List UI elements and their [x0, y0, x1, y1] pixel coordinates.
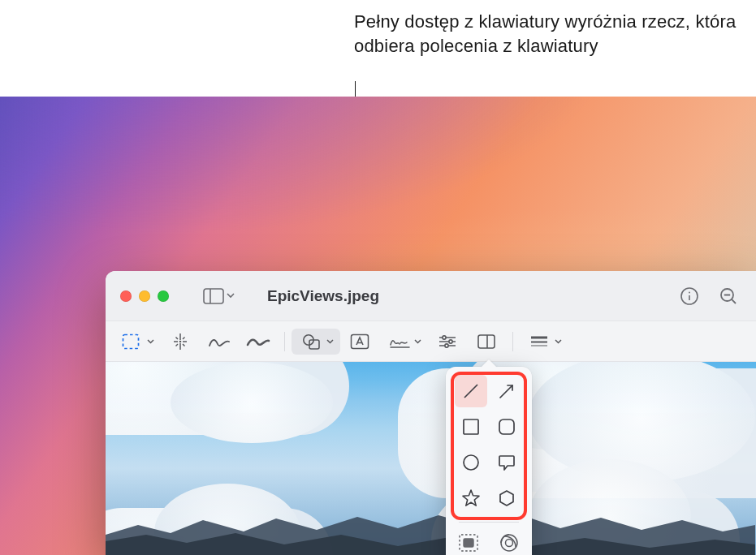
- hexagon-icon: [498, 489, 516, 507]
- loupe-icon: [499, 532, 520, 553]
- svg-point-17: [449, 339, 452, 342]
- desktop-wallpaper: EpicViews.jpeg: [0, 97, 756, 555]
- border-style-icon: [529, 335, 549, 348]
- adjust-color-button[interactable]: [428, 329, 467, 355]
- svg-rect-28: [499, 419, 514, 434]
- line-shape-button[interactable]: [455, 375, 487, 407]
- sign-tool-button[interactable]: [379, 329, 428, 355]
- draw-icon: [246, 334, 270, 349]
- mask-tool-button[interactable]: [454, 531, 483, 555]
- rounded-rectangle-shape-button[interactable]: [490, 411, 523, 443]
- shapes-tool-button[interactable]: [292, 329, 340, 355]
- crop-icon: [477, 333, 496, 350]
- toolbar-divider: [284, 332, 285, 351]
- arrow-icon: [497, 381, 516, 401]
- shapes-popover: [446, 367, 532, 555]
- sketch-icon: [208, 334, 231, 349]
- chevron-down-icon: [227, 293, 235, 299]
- svg-point-15: [443, 335, 446, 338]
- sliders-icon: [438, 334, 457, 349]
- decorative-mountains: [106, 510, 755, 555]
- svg-line-25: [464, 385, 477, 398]
- loupe-tool-button[interactable]: [495, 531, 524, 555]
- star-icon: [461, 488, 481, 508]
- shapes-grid: [454, 375, 524, 514]
- markup-toolbar: [106, 321, 756, 362]
- border-style-button[interactable]: [520, 329, 568, 355]
- window-title: EpicViews.jpeg: [267, 287, 379, 305]
- circle-icon: [462, 454, 480, 471]
- callout-text: Pełny dostęp z klawiatury wyróżnia rzecz…: [354, 10, 756, 58]
- signature-icon: [389, 334, 412, 349]
- chevron-down-icon: [414, 339, 421, 344]
- svg-rect-27: [464, 419, 478, 434]
- svg-point-33: [506, 540, 513, 547]
- shapes-icon: [301, 333, 321, 351]
- svg-point-4: [689, 291, 690, 293]
- adjust-size-button[interactable]: [467, 329, 506, 355]
- speech-bubble-shape-button[interactable]: [490, 446, 523, 479]
- svg-rect-20: [478, 335, 495, 348]
- selection-icon: [122, 333, 140, 350]
- svg-rect-8: [123, 334, 139, 348]
- popover-bottom-row: [454, 531, 524, 555]
- svg-point-29: [464, 455, 478, 470]
- svg-rect-31: [464, 539, 473, 547]
- svg-point-19: [445, 343, 448, 346]
- image-canvas[interactable]: [106, 362, 756, 555]
- titlebar: EpicViews.jpeg: [106, 271, 756, 321]
- selection-tool-button[interactable]: [112, 329, 161, 355]
- minimize-window-button[interactable]: [139, 290, 150, 302]
- rectangle-shape-button[interactable]: [455, 411, 487, 443]
- info-button[interactable]: [680, 286, 699, 306]
- sparkle-icon: [171, 332, 190, 351]
- info-icon: [680, 286, 699, 306]
- popover-divider: [459, 522, 519, 523]
- toolbar-divider: [512, 332, 513, 351]
- chevron-down-icon: [326, 339, 334, 344]
- traffic-lights: [120, 290, 169, 302]
- close-window-button[interactable]: [120, 290, 132, 302]
- zoom-out-button[interactable]: [719, 286, 738, 306]
- svg-line-26: [500, 385, 512, 398]
- mask-icon: [458, 533, 479, 553]
- titlebar-right-group: [680, 286, 741, 306]
- preview-window: EpicViews.jpeg: [106, 271, 756, 555]
- line-icon: [461, 381, 481, 401]
- sidebar-icon: [203, 288, 224, 304]
- decorative-cloud: [106, 362, 349, 435]
- text-tool-button[interactable]: [340, 329, 379, 355]
- star-shape-button[interactable]: [455, 482, 487, 514]
- circle-shape-button[interactable]: [455, 446, 487, 479]
- svg-line-6: [732, 299, 736, 303]
- zoom-out-icon: [719, 286, 738, 306]
- chevron-down-icon: [555, 339, 562, 344]
- text-icon: [350, 333, 369, 350]
- square-icon: [462, 418, 480, 436]
- arrow-shape-button[interactable]: [490, 375, 523, 407]
- instant-alpha-button[interactable]: [161, 329, 200, 355]
- speech-bubble-icon: [498, 454, 516, 471]
- zoom-window-button[interactable]: [158, 290, 169, 302]
- chevron-down-icon: [147, 339, 154, 344]
- svg-rect-0: [204, 289, 223, 303]
- sketch-button[interactable]: [200, 329, 239, 355]
- rounded-square-icon: [498, 418, 516, 436]
- hexagon-shape-button[interactable]: [490, 482, 523, 514]
- svg-point-9: [179, 340, 182, 342]
- sidebar-toggle-button[interactable]: [198, 284, 240, 308]
- draw-button[interactable]: [239, 329, 278, 355]
